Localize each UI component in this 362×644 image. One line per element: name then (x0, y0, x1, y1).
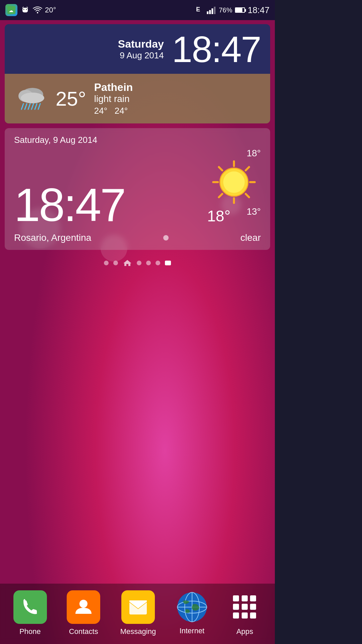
rain-cloud-icon (14, 85, 48, 112)
svg-line-31 (246, 167, 249, 170)
android-icon (20, 5, 30, 15)
svg-line-19 (21, 104, 23, 109)
dock-item-messaging[interactable]: Messaging (120, 590, 156, 636)
battery-percent: 76% (219, 6, 232, 14)
sun-weather-section: 18° 18° (207, 148, 261, 228)
page-dot-4[interactable] (137, 261, 141, 265)
phone-icon-bg (13, 590, 47, 624)
svg-point-5 (23, 9, 24, 10)
weather-city: Pathein (94, 81, 133, 94)
svg-rect-12 (207, 11, 208, 14)
svg-line-30 (246, 194, 249, 197)
contacts-icon (73, 596, 94, 618)
svg-text:↓: ↓ (196, 5, 198, 9)
svg-rect-4 (22, 8, 28, 12)
weather-high: 24° (115, 106, 128, 116)
svg-line-8 (27, 7, 28, 8)
apps-dot-9 (250, 612, 256, 619)
page-dot-6[interactable] (156, 261, 160, 265)
svg-line-22 (32, 104, 34, 109)
widget-time: 18:47 (172, 31, 261, 68)
svg-line-23 (35, 104, 37, 109)
svg-rect-14 (212, 8, 213, 14)
page-dot-7[interactable] (165, 261, 171, 265)
page-indicator (0, 259, 275, 267)
apps-label: Apps (236, 627, 253, 636)
svg-line-20 (25, 104, 27, 109)
phone-label: Phone (19, 627, 41, 636)
dock: Phone Contacts Messaging (0, 584, 275, 644)
apps-icon-bg (228, 590, 261, 624)
contacts-icon-bg (67, 590, 100, 624)
apps-dot-4 (233, 604, 239, 610)
svg-text:☁: ☁ (9, 8, 13, 13)
page-dot-2[interactable] (113, 261, 118, 265)
messaging-icon (127, 596, 149, 618)
svg-point-9 (37, 12, 38, 13)
weather-info: Pathein light rain 24° 24° (94, 81, 133, 116)
clock-widget-footer: Rosario, Argentina clear (14, 232, 261, 243)
datetime-section: Saturday 9 Aug 2014 18:47 (5, 24, 270, 74)
weather-description: light rain (94, 94, 133, 104)
apps-dot-5 (242, 604, 248, 610)
messaging-label: Messaging (120, 627, 156, 636)
status-bar: ☁ 20° E ↓ (0, 0, 275, 20)
date-label: Saturday 9 Aug 2014 (118, 38, 164, 61)
svg-point-36 (79, 600, 87, 608)
svg-point-34 (223, 171, 245, 193)
svg-point-6 (26, 9, 27, 10)
apps-dot-2 (242, 595, 248, 601)
weather-temperature: 25° (56, 87, 86, 110)
internet-icon (176, 591, 208, 623)
svg-point-18 (21, 93, 44, 103)
internet-label: Internet (179, 627, 204, 635)
page-dot-home[interactable] (123, 259, 132, 267)
sun-min-temp: 13° (247, 204, 261, 225)
apps-dot-6 (250, 604, 256, 610)
svg-line-29 (219, 167, 222, 170)
status-time: 18:47 (248, 5, 269, 15)
svg-line-32 (219, 194, 222, 197)
network-type: E ↓ (196, 5, 203, 16)
clock-weather-widget[interactable]: Saturday, 9 Aug 2014 18:47 18° (5, 128, 270, 250)
svg-marker-35 (123, 260, 131, 266)
clock-widget-city: Rosario, Argentina (14, 232, 91, 243)
phone-icon (19, 596, 41, 618)
svg-rect-13 (209, 10, 211, 14)
apps-dot-7 (233, 612, 239, 619)
widget-day: Saturday (118, 38, 164, 50)
messaging-icon-bg (121, 590, 155, 624)
apps-dot-3 (250, 595, 256, 601)
sun-high-temp: 18° (207, 148, 261, 159)
clock-widget-bottom: 18:47 18° (14, 148, 261, 228)
svg-line-21 (28, 104, 30, 109)
status-left-icons: ☁ 20° (5, 4, 56, 16)
dock-item-contacts[interactable]: Contacts (67, 590, 100, 636)
page-dot-5[interactable] (146, 261, 151, 265)
contacts-label: Contacts (69, 627, 98, 636)
svg-line-7 (22, 7, 23, 8)
weather-section: 25° Pathein light rain 24° 24° (5, 74, 270, 123)
apps-grid-icon (233, 595, 256, 619)
clock-widget-date: Saturday, 9 Aug 2014 (14, 135, 261, 145)
weather-minmax: 24° 24° (94, 106, 133, 116)
notification-app-icon: ☁ (5, 4, 17, 16)
datetime-weather-widget[interactable]: Saturday 9 Aug 2014 18:47 25° Pathein li… (5, 24, 270, 123)
apps-dot-8 (242, 612, 248, 619)
apps-dot-1 (233, 595, 239, 601)
svg-rect-15 (214, 7, 216, 14)
widget-dot (163, 235, 169, 240)
status-temperature: 20° (45, 6, 56, 14)
page-dot-1[interactable] (104, 261, 109, 265)
widget-date: 9 Aug 2014 (118, 50, 164, 61)
clock-widget-condition: clear (240, 232, 261, 243)
status-right-icons: E ↓ 76% 18:47 (196, 5, 269, 16)
battery-icon (235, 7, 245, 13)
weather-low: 24° (94, 106, 107, 116)
dock-item-internet[interactable]: Internet (176, 591, 208, 635)
clock-widget-time: 18:47 (14, 181, 125, 228)
dock-item-phone[interactable]: Phone (13, 590, 47, 636)
dock-item-apps[interactable]: Apps (228, 590, 261, 636)
svg-line-24 (38, 104, 40, 109)
sun-icon (207, 159, 261, 206)
